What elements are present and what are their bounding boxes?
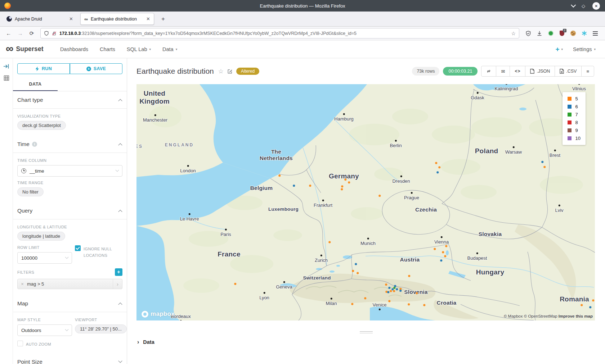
viz-type-value[interactable]: deck.gl Scatterplot bbox=[17, 121, 66, 130]
remove-filter-icon[interactable]: × bbox=[18, 281, 27, 287]
attribution-osm-link[interactable]: © OpenStreetMap bbox=[524, 314, 557, 318]
scatter-point bbox=[394, 285, 396, 287]
legend-swatch bbox=[568, 128, 572, 132]
scatter-point bbox=[293, 185, 295, 187]
browser-tab-earthquake[interactable]: ∞ Earthquake distribution ✕ bbox=[80, 13, 154, 25]
insecure-lock-icon[interactable] bbox=[52, 31, 57, 36]
browser-tab-druid[interactable]: Apache Druid ✕ bbox=[3, 13, 77, 25]
section-query-header[interactable]: Query bbox=[13, 202, 127, 219]
tab-data[interactable]: DATA bbox=[13, 78, 58, 91]
back-button[interactable]: ← bbox=[4, 28, 14, 38]
nav-dashboards[interactable]: Dashboards bbox=[54, 46, 94, 52]
bookmark-star-icon[interactable]: ☆ bbox=[511, 31, 516, 36]
legend-item[interactable]: 9 bbox=[568, 128, 581, 133]
time-column-select[interactable]: __time bbox=[17, 165, 122, 177]
chevron-right-icon: › bbox=[137, 339, 139, 345]
legend-item[interactable]: 7 bbox=[568, 112, 581, 117]
section-time-header[interactable]: Timei bbox=[13, 136, 127, 153]
email-button[interactable]: ✉ bbox=[496, 66, 510, 76]
ignore-null-checkbox[interactable] bbox=[75, 245, 81, 251]
url-bar[interactable]: 172.18.0.3:32108/superset/explore/?form_… bbox=[40, 28, 519, 38]
nav-charts[interactable]: Charts bbox=[94, 46, 121, 52]
edit-properties-icon[interactable] bbox=[227, 69, 233, 74]
more-options-button[interactable]: ≡ bbox=[581, 66, 594, 76]
scatter-point bbox=[355, 263, 357, 265]
map-country-label: France bbox=[218, 250, 241, 258]
run-button[interactable]: RUN bbox=[17, 63, 70, 74]
map-city-label: Manchester bbox=[143, 117, 167, 123]
nav-data[interactable]: Data▾ bbox=[157, 46, 183, 52]
attribution-improve-link[interactable]: Improve this map bbox=[559, 314, 593, 318]
mapbox-logo[interactable]: mapbox bbox=[142, 310, 175, 318]
legend-item[interactable]: 8 bbox=[568, 120, 581, 125]
altered-badge[interactable]: Altered bbox=[236, 68, 259, 75]
browser-menu-icon[interactable] bbox=[592, 30, 599, 37]
window-close-icon[interactable]: × bbox=[592, 2, 600, 10]
reload-button[interactable]: ⟳ bbox=[27, 28, 37, 38]
save-button[interactable]: + SAVE bbox=[70, 63, 122, 74]
section-chart-type: Chart type VISUALIZATION TYPE deck.gl Sc… bbox=[13, 91, 127, 136]
superset-logo[interactable]: ∞ Superset bbox=[6, 45, 44, 53]
new-tab-button[interactable]: + bbox=[158, 15, 168, 23]
expand-filter-icon[interactable]: › bbox=[113, 279, 122, 289]
permissions-shield-icon[interactable] bbox=[44, 31, 49, 36]
new-item-button[interactable]: +▾ bbox=[555, 45, 563, 53]
data-panel-toggle[interactable]: › Data bbox=[127, 333, 605, 345]
nav-settings[interactable]: Settings▾ bbox=[573, 46, 596, 52]
filter-item[interactable]: × mag > 5 › bbox=[17, 279, 122, 289]
adblock-extension-icon[interactable]: 2 bbox=[559, 30, 565, 37]
datasource-grid-icon[interactable] bbox=[4, 75, 9, 81]
map-style-select[interactable]: Outdoors bbox=[17, 324, 72, 336]
export-csv-button[interactable]: .CSV bbox=[555, 66, 581, 76]
scatter-point bbox=[364, 297, 366, 299]
copy-link-button[interactable] bbox=[481, 66, 496, 76]
map-country-label: Romania bbox=[560, 295, 589, 303]
section-map-header[interactable]: Map bbox=[13, 295, 127, 312]
row-limit-select[interactable]: 100000 bbox=[17, 252, 72, 264]
time-range-value[interactable]: No filter bbox=[17, 187, 44, 196]
tab-close-icon[interactable]: ✕ bbox=[146, 16, 150, 22]
window-maximize-icon[interactable]: ◇ bbox=[582, 4, 585, 8]
time-column-label: TIME COLUMN bbox=[17, 158, 122, 163]
panel-tabs: DATA bbox=[13, 78, 127, 91]
favorite-star-icon[interactable]: ☆ bbox=[218, 68, 224, 75]
scatter-point bbox=[541, 161, 543, 163]
cookie-extension-icon[interactable] bbox=[570, 30, 576, 37]
forward-button[interactable]: → bbox=[15, 28, 25, 38]
section-point-size-header[interactable]: Point Size bbox=[13, 353, 127, 364]
city-dot bbox=[578, 84, 580, 85]
scatter-point bbox=[408, 275, 410, 277]
extension-green-icon[interactable] bbox=[547, 30, 554, 37]
attribution-mapbox-link[interactable]: © Mapbox bbox=[504, 314, 523, 318]
scatter-point bbox=[348, 181, 350, 183]
lonlat-value[interactable]: longitude | latitude bbox=[17, 232, 65, 241]
deckgl-map[interactable]: United KingdomESENGLANDThe NetherlandsBe… bbox=[136, 84, 595, 320]
tab-close-icon[interactable]: ✕ bbox=[69, 16, 73, 22]
city-dot bbox=[441, 236, 443, 238]
scatter-point bbox=[352, 270, 354, 272]
nav-sql-lab[interactable]: SQL Lab▾ bbox=[121, 46, 157, 52]
window-minimize-icon[interactable] bbox=[571, 3, 576, 8]
scatter-point bbox=[387, 291, 389, 293]
city-dot bbox=[395, 140, 397, 142]
add-filter-button[interactable]: + bbox=[115, 268, 122, 276]
viewport-value[interactable]: 11° 28' 29.70" | 50... bbox=[75, 324, 127, 333]
map-attribution: © Mapbox © OpenStreetMap Improve this ma… bbox=[504, 314, 593, 318]
map-country-label: Hungary bbox=[476, 268, 504, 276]
scatter-point bbox=[438, 166, 440, 168]
infinity-logo-icon: ∞ bbox=[6, 44, 13, 53]
legend-item[interactable]: 5 bbox=[568, 96, 581, 101]
legend-item[interactable]: 10 bbox=[568, 136, 581, 141]
downloads-icon[interactable] bbox=[536, 30, 543, 37]
embed-code-button[interactable]: <> bbox=[510, 66, 525, 76]
section-chart-type-header[interactable]: Chart type bbox=[13, 91, 127, 108]
scatter-point bbox=[445, 245, 447, 247]
export-json-button[interactable]: .JSON bbox=[525, 66, 555, 76]
map-city-label: Kaliningrad bbox=[494, 86, 518, 91]
asterisk-extension-icon[interactable] bbox=[581, 30, 587, 37]
legend-item[interactable]: 6 bbox=[568, 104, 581, 109]
auto-zoom-checkbox[interactable] bbox=[17, 341, 23, 346]
collapse-panel-icon[interactable] bbox=[3, 63, 9, 69]
browser-titlebar: Earthquake distribution — Mozilla Firefo… bbox=[0, 0, 605, 12]
protection-shield-icon[interactable] bbox=[525, 30, 532, 37]
